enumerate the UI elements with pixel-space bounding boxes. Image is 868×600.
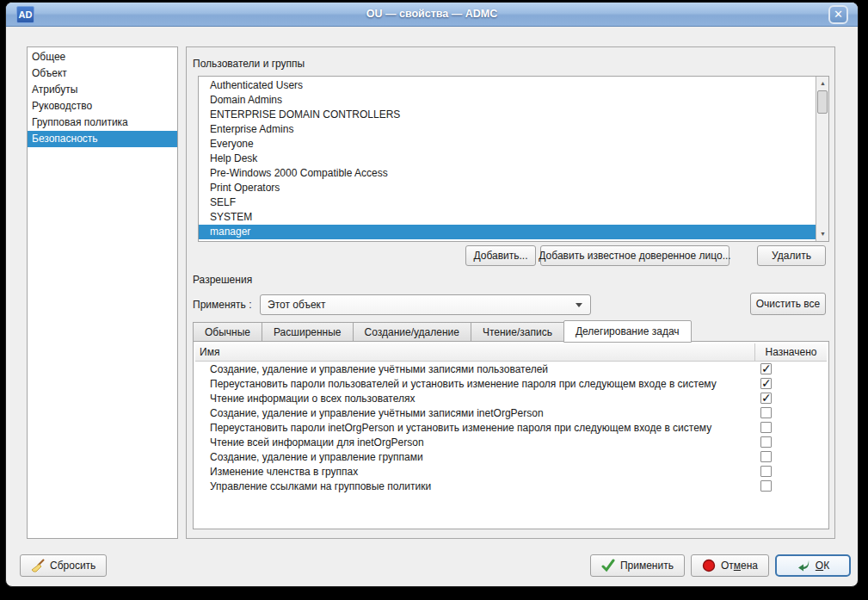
list-item[interactable]: Enterprise Admins	[199, 122, 816, 137]
chevron-down-icon	[576, 303, 582, 307]
table-row[interactable]: Создание, удаление и управление группами	[195, 449, 827, 464]
table-row[interactable]: Создание, удаление и управление учётными…	[195, 362, 827, 376]
security-panel: Пользователи и группы Authenticated User…	[186, 46, 835, 539]
ok-label: ОК	[816, 560, 829, 572]
apply-label: Применить	[620, 560, 674, 572]
permission-name: Создание, удаление и управление учётными…	[195, 407, 754, 419]
permission-name: Переустановить пароли пользователей и ус…	[195, 378, 754, 390]
users-groups-label: Пользователи и группы	[193, 58, 305, 70]
name-column-header[interactable]: Имя	[195, 343, 754, 361]
list-item[interactable]: SELF	[199, 195, 816, 210]
tab-create-delete[interactable]: Создание/удаление	[353, 322, 471, 342]
table-row[interactable]: Управление ссылками на групповые политик…	[195, 479, 827, 493]
table-row[interactable]: Чтение всей информации для inetOrgPerson	[195, 435, 827, 449]
assigned-checkbox[interactable]	[760, 480, 772, 492]
sidebar-item-managed-by[interactable]: Руководство	[28, 98, 177, 114]
list-item[interactable]: manager	[199, 225, 816, 239]
stop-icon	[702, 559, 716, 572]
list-item[interactable]: Pre-Windows 2000 Compatible Access	[199, 166, 816, 181]
list-item[interactable]: Authenticated Users	[199, 78, 816, 93]
list-item[interactable]: Everyone	[199, 137, 816, 152]
sidebar-item-security[interactable]: Безопасность	[28, 131, 177, 147]
apply-to-value: Этот объект	[268, 299, 325, 311]
tab-extended[interactable]: Расширенные	[262, 322, 353, 342]
tab-read-write[interactable]: Чтение/запись	[471, 322, 563, 342]
list-item[interactable]: SYSTEM	[199, 210, 816, 225]
properties-dialog: AD OU — свойства — ADMC ✕ Общее Объект А…	[5, 2, 859, 587]
permission-name: Чтение всей информации для inetOrgPerson	[195, 436, 754, 448]
sidebar-item-object[interactable]: Объект	[28, 65, 177, 82]
scroll-up-icon[interactable]: ▲	[817, 77, 828, 90]
checkmark-icon	[601, 559, 615, 572]
scrollbar[interactable]: ▲ ▼	[816, 77, 828, 241]
assigned-checkbox[interactable]	[760, 451, 772, 462]
assigned-checkbox[interactable]	[760, 436, 772, 448]
permission-name: Чтение информации о всех пользователях	[195, 393, 754, 405]
table-row[interactable]: Переустановить пароли inetOrgPerson и ус…	[195, 420, 827, 435]
scroll-down-icon[interactable]: ▼	[817, 228, 828, 240]
window-title: OU — свойства — ADMC	[6, 3, 858, 27]
sidebar-item-group-policy[interactable]: Групповая политика	[28, 114, 177, 131]
cancel-label: Отмена	[721, 560, 758, 572]
permissions-label: Разрешения	[193, 274, 252, 286]
sidebar: Общее Объект Атрибуты Руководство Группо…	[27, 46, 178, 539]
assigned-checkbox[interactable]	[760, 378, 772, 389]
ok-button[interactable]: ОК	[775, 554, 851, 577]
assigned-checkbox[interactable]	[760, 407, 772, 418]
list-item[interactable]: ENTERPRISE DOMAIN CONTROLLERS	[199, 108, 816, 122]
list-item[interactable]: Domain Admins	[199, 93, 816, 108]
trustee-list[interactable]: Authenticated Users Domain Admins ENTERP…	[198, 76, 829, 242]
ok-arrow-icon	[797, 559, 810, 572]
assigned-column-header[interactable]: Назначено	[754, 343, 827, 361]
permissions-tabbar: Обычные Расширенные Создание/удаление Чт…	[193, 319, 692, 342]
assigned-checkbox[interactable]	[760, 422, 772, 433]
permission-name: Переустановить пароли inetOrgPerson и ус…	[195, 422, 754, 434]
scrollbar-thumb[interactable]	[817, 90, 828, 114]
remove-button[interactable]: Удалить	[757, 245, 826, 266]
permission-name: Создание, удаление и управление учётными…	[195, 363, 754, 375]
task-delegation-pane: Имя Назначено Создание, удаление и управ…	[193, 341, 829, 529]
permission-name: Создание, удаление и управление группами	[195, 451, 754, 463]
close-icon[interactable]: ✕	[828, 5, 848, 24]
apply-button[interactable]: Применить	[590, 554, 685, 577]
add-button[interactable]: Добавить...	[465, 245, 536, 266]
list-item[interactable]: Help Desk	[199, 152, 816, 166]
table-header: Имя Назначено	[195, 343, 827, 362]
reset-button[interactable]: Сбросить	[20, 554, 107, 577]
table-row[interactable]: Переустановить пароли пользователей и ус…	[195, 376, 827, 391]
assigned-checkbox[interactable]	[760, 393, 772, 404]
tab-common[interactable]: Обычные	[193, 322, 262, 342]
titlebar[interactable]: AD OU — свойства — ADMC ✕	[6, 3, 858, 27]
list-item[interactable]: Print Operators	[199, 181, 816, 195]
broom-icon	[31, 559, 45, 572]
permission-name: Изменение членства в группах	[195, 466, 754, 478]
cancel-button[interactable]: Отмена	[691, 554, 769, 577]
table-row[interactable]: Чтение информации о всех пользователях	[195, 391, 827, 405]
add-trustee-button[interactable]: Добавить известное доверенное лицо...	[540, 245, 729, 266]
tab-task-delegation[interactable]: Делегирование задач	[563, 320, 692, 343]
permission-name: Управление ссылками на групповые политик…	[195, 480, 754, 492]
assigned-checkbox[interactable]	[760, 466, 772, 477]
sidebar-item-general[interactable]: Общее	[28, 49, 177, 65]
table-row[interactable]: Изменение членства в группах	[195, 464, 827, 479]
assigned-checkbox[interactable]	[760, 363, 772, 374]
clear-all-button[interactable]: Очистить все	[750, 293, 826, 315]
apply-to-select[interactable]: Этот объект	[260, 294, 591, 315]
reset-label: Сбросить	[50, 560, 95, 572]
sidebar-item-attributes[interactable]: Атрибуты	[28, 82, 177, 98]
table-row[interactable]: Создание, удаление и управление учётными…	[195, 405, 827, 420]
apply-to-label: Применять :	[193, 299, 251, 311]
